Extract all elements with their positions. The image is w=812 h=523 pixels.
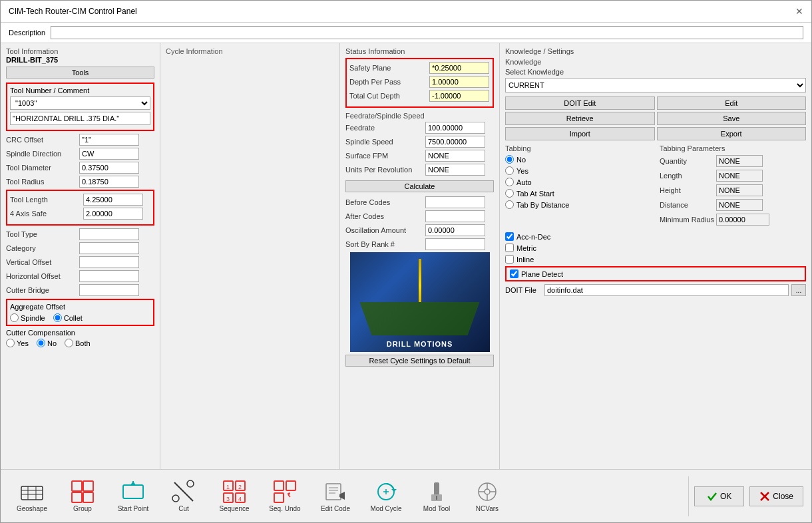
collet-radio-item[interactable]: Collet bbox=[53, 313, 83, 322]
tool-diameter-input[interactable] bbox=[79, 162, 139, 174]
spindle-radio[interactable] bbox=[10, 313, 19, 322]
export-button[interactable]: Export bbox=[657, 127, 807, 140]
window-close-button[interactable]: ✕ bbox=[795, 6, 803, 17]
cutter-bridge-input[interactable] bbox=[79, 284, 139, 296]
tool-number-select[interactable]: "1003" bbox=[10, 96, 150, 110]
tab-yes-radio[interactable] bbox=[505, 166, 514, 175]
ok-button[interactable]: OK bbox=[694, 486, 744, 506]
before-codes-input[interactable] bbox=[425, 196, 485, 208]
tabbing-right: Tabbing Parameters Quantity Length Heigh… bbox=[660, 144, 806, 228]
crc-offset-input[interactable] bbox=[79, 134, 139, 146]
tab-no-radio[interactable] bbox=[505, 155, 514, 164]
toolbar-item-sequence[interactable]: 1 2 3 4 Sequence bbox=[211, 477, 258, 515]
tool-radius-input[interactable] bbox=[79, 176, 139, 188]
safety-plane-label: Safety Plane bbox=[349, 64, 429, 72]
editcode-icon bbox=[323, 480, 347, 504]
doit-edit-button[interactable]: DOIT Edit bbox=[505, 96, 655, 110]
cc-no-radio[interactable] bbox=[37, 339, 45, 347]
collet-radio[interactable] bbox=[53, 313, 62, 322]
tab-by-distance-radio[interactable] bbox=[505, 200, 514, 209]
doit-file-row: DOIT File ... bbox=[505, 284, 806, 296]
acc-n-dec-checkbox[interactable] bbox=[505, 232, 514, 241]
tools-button[interactable]: Tools bbox=[6, 67, 154, 79]
doit-file-browse-button[interactable]: ... bbox=[791, 284, 806, 296]
calculate-button[interactable]: Calculate bbox=[345, 180, 494, 192]
surface-fpm-input[interactable] bbox=[425, 150, 485, 162]
safety-plane-input[interactable] bbox=[429, 62, 489, 74]
toolbar-item-group[interactable]: Group bbox=[59, 477, 106, 515]
description-input[interactable] bbox=[51, 26, 803, 39]
knowledge-select[interactable]: CURRENT bbox=[505, 78, 806, 92]
toolbar-item-seq-undo[interactable]: Seq. Undo bbox=[262, 477, 308, 515]
save-button[interactable]: Save bbox=[657, 112, 807, 125]
tool-type-input[interactable] bbox=[79, 228, 139, 240]
distance-row: Distance bbox=[660, 199, 806, 211]
surface-fpm-label: Surface FPM bbox=[345, 152, 425, 160]
cc-both-item[interactable]: Both bbox=[65, 339, 91, 347]
metric-row[interactable]: Metric bbox=[505, 244, 806, 252]
spindle-speed-input[interactable] bbox=[425, 136, 485, 148]
oscillation-input[interactable] bbox=[425, 224, 485, 236]
toolbar-item-editcode[interactable]: Edit Code bbox=[312, 477, 359, 515]
tab-auto-radio[interactable] bbox=[505, 178, 514, 186]
retrieve-button[interactable]: Retrieve bbox=[505, 112, 655, 125]
height-input[interactable] bbox=[716, 184, 763, 196]
toolbar-item-startpoint[interactable]: Start Point bbox=[110, 477, 156, 515]
knowledge-title: Knowledge bbox=[505, 58, 806, 66]
tab-at-start-radio[interactable] bbox=[505, 189, 514, 198]
plane-detect-checkbox[interactable] bbox=[510, 269, 518, 278]
tool-length-input[interactable] bbox=[83, 194, 143, 206]
cc-no-item[interactable]: No bbox=[37, 339, 57, 347]
length-input[interactable] bbox=[716, 170, 763, 182]
tab-yes-item[interactable]: Yes bbox=[505, 166, 652, 175]
depth-per-pass-row: Depth Per Pass bbox=[349, 76, 490, 88]
sort-by-rank-input[interactable] bbox=[425, 238, 485, 250]
inline-checkbox[interactable] bbox=[505, 255, 514, 263]
toolbar-item-cut[interactable]: Cut bbox=[160, 477, 207, 515]
close-button[interactable]: Close bbox=[749, 486, 803, 506]
toolbar-items: Geoshape Group bbox=[9, 477, 683, 515]
feedrate-input[interactable] bbox=[425, 122, 485, 134]
tool-length-box: Tool Length 4 Axis Safe bbox=[6, 190, 154, 226]
tab-at-start-item[interactable]: Tab At Start bbox=[505, 189, 652, 198]
distance-input[interactable] bbox=[716, 199, 763, 211]
svg-text:4: 4 bbox=[238, 496, 242, 502]
horizontal-offset-input[interactable] bbox=[79, 270, 139, 282]
toolbar-item-ncvars[interactable]: NCVars bbox=[464, 477, 510, 515]
tab-by-distance-item[interactable]: Tab By Distance bbox=[505, 200, 652, 209]
min-radius-input[interactable] bbox=[716, 214, 769, 226]
edit-button[interactable]: Edit bbox=[657, 96, 807, 110]
tabbing-left: Tabbing No Yes Auto Tab bbox=[505, 144, 652, 228]
tool-comment-input[interactable] bbox=[10, 112, 150, 125]
inline-row[interactable]: Inline bbox=[505, 255, 806, 263]
units-per-rev-input[interactable] bbox=[425, 164, 485, 176]
length-label: Length bbox=[660, 172, 716, 180]
cc-yes-radio[interactable] bbox=[6, 339, 15, 347]
quantity-input[interactable] bbox=[716, 155, 763, 167]
reset-cycle-button[interactable]: Reset Cycle Settings to Default bbox=[345, 355, 494, 367]
toolbar-item-modcycle[interactable]: Mod Cycle bbox=[363, 477, 409, 515]
tab-no-item[interactable]: No bbox=[505, 155, 652, 164]
quantity-row: Quantity bbox=[660, 155, 806, 167]
tool-diameter-row: Tool Diameter bbox=[6, 162, 154, 174]
after-codes-input[interactable] bbox=[425, 210, 485, 222]
toolbar-item-modtool[interactable]: Mod Tool bbox=[413, 477, 460, 515]
before-codes-row: Before Codes bbox=[345, 196, 494, 208]
acc-n-dec-row[interactable]: Acc-n-Dec bbox=[505, 232, 806, 241]
doit-file-input[interactable] bbox=[544, 284, 789, 296]
metric-checkbox[interactable] bbox=[505, 244, 514, 252]
cc-both-radio[interactable] bbox=[65, 339, 73, 347]
spindle-radio-item[interactable]: Spindle bbox=[10, 313, 45, 322]
cc-yes-item[interactable]: Yes bbox=[6, 339, 29, 347]
tab-auto-item[interactable]: Auto bbox=[505, 178, 652, 186]
modtool-icon bbox=[425, 480, 449, 504]
spindle-dir-label: Spindle Direction bbox=[6, 150, 79, 158]
depth-per-pass-input[interactable] bbox=[429, 76, 489, 88]
toolbar-item-geoshape[interactable]: Geoshape bbox=[9, 477, 55, 515]
total-cut-depth-input[interactable] bbox=[429, 90, 489, 102]
vertical-offset-input[interactable] bbox=[79, 256, 139, 268]
axis-safe-input[interactable] bbox=[83, 208, 143, 220]
import-button[interactable]: Import bbox=[505, 127, 655, 140]
category-input[interactable] bbox=[79, 242, 139, 254]
spindle-dir-input[interactable] bbox=[79, 148, 139, 160]
